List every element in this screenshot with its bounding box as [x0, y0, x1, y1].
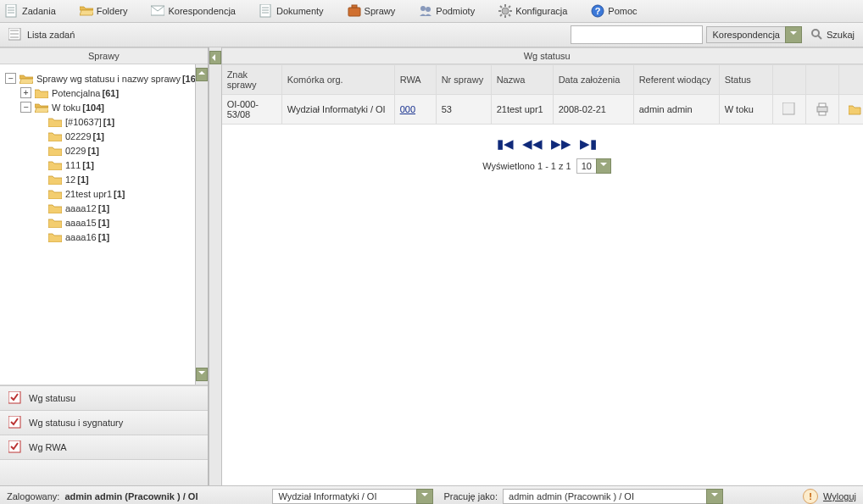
nav-wg-statusu[interactable]: Wg statusu — [0, 385, 208, 410]
menu-korespondencja[interactable]: Korespondencja — [151, 4, 236, 18]
tree-label: aaaa16 — [65, 232, 97, 242]
unit-combo[interactable]: Wydział Informatyki / OI — [272, 489, 433, 504]
chevron-down-icon[interactable] — [785, 26, 802, 43]
folder-icon — [48, 130, 62, 141]
page-size-select[interactable]: 10 — [576, 158, 611, 174]
col-nr[interactable]: Nr sprawy — [437, 64, 492, 95]
tree-count: [1] — [93, 131, 104, 141]
combo-value: admin admin (Pracownik ) / OI — [503, 489, 706, 504]
tree-leaf[interactable]: aaaa12 [1] — [36, 202, 204, 213]
rwa-link[interactable]: 000 — [400, 104, 415, 114]
menu-foldery[interactable]: Foldery — [80, 4, 128, 18]
cell-nazwa: 21test upr1 — [492, 95, 554, 125]
expander-none — [36, 218, 45, 227]
statusbar: Zalogowany: admin admin (Pracownik ) / O… — [0, 485, 863, 504]
tree-root[interactable]: − Sprawy wg statusu i nazwy sprawy [162] — [5, 73, 204, 84]
expander-none — [36, 203, 45, 213]
menu-label: Korespondencja — [168, 6, 236, 16]
folder-icon — [849, 102, 862, 116]
tree-label: W toku — [52, 102, 81, 113]
chevron-down-icon[interactable] — [416, 489, 433, 504]
tree-count: [1] — [77, 174, 88, 185]
pager-nav: ▮◀ ◀◀ ▶▶ ▶▮ — [497, 136, 597, 152]
chevron-down-icon[interactable] — [596, 158, 611, 174]
menu-pomoc[interactable]: Pomoc — [591, 4, 637, 18]
search-button[interactable]: Szukaj — [810, 28, 855, 42]
tree-label: [#10637] — [65, 117, 102, 127]
col-nazwa[interactable]: Nazwa — [492, 64, 554, 95]
pager-next-icon[interactable]: ▶▶ — [551, 136, 571, 152]
splitter[interactable] — [209, 47, 222, 485]
chevron-down-icon[interactable] — [706, 489, 723, 504]
tree-leaf[interactable]: 0229 [1] — [36, 145, 204, 156]
scroll-down-icon[interactable] — [196, 368, 208, 381]
tree-scrollbar[interactable] — [195, 64, 208, 385]
expander-none — [36, 174, 45, 184]
tree-leaf[interactable]: aaaa16 [1] — [36, 231, 204, 242]
warning-icon[interactable]: ! — [803, 489, 818, 504]
tree-count: [61] — [103, 88, 120, 98]
row-action-note[interactable] — [773, 95, 806, 125]
nav-blank — [0, 459, 208, 485]
tree-label: 12 — [65, 174, 75, 185]
col-action-2 — [806, 64, 839, 95]
nav-wg-statusu-sygnatury[interactable]: Wg statusu i sygnatury — [0, 410, 208, 435]
row-action-folder[interactable] — [839, 95, 863, 125]
tree-label: 0229 — [65, 146, 86, 156]
collapse-left-icon[interactable] — [209, 51, 221, 64]
scroll-up-icon[interactable] — [196, 68, 208, 81]
menu-zadania[interactable]: Zadania — [5, 4, 56, 18]
tree-leaf[interactable]: aaaa15 [1] — [36, 217, 204, 228]
col-komorka[interactable]: Komórka org. — [282, 64, 395, 95]
menu-dokumenty[interactable]: Dokumenty — [259, 4, 324, 18]
tree-leaf[interactable]: 21test upr1 [1] — [36, 188, 204, 199]
list-icon — [8, 28, 22, 42]
col-znak[interactable]: Znak sprawy — [222, 64, 282, 95]
col-status[interactable]: Status — [720, 64, 773, 95]
grid-header: Znak sprawy Komórka org. RWA Nr sprawy N… — [222, 64, 863, 95]
mail-icon — [151, 4, 164, 18]
cell-nr: 53 — [437, 95, 492, 125]
data-grid: Znak sprawy Komórka org. RWA Nr sprawy N… — [222, 64, 863, 125]
tree-leaf[interactable]: 111 [1] — [36, 159, 204, 170]
col-data[interactable]: Data założenia — [554, 64, 634, 95]
collapse-icon[interactable]: − — [5, 73, 16, 84]
pager-prev-icon[interactable]: ◀◀ — [522, 136, 543, 152]
pager-last-icon[interactable]: ▶▮ — [580, 136, 597, 152]
expander-none — [36, 131, 45, 141]
table-row[interactable]: OI-000-53/08 Wydział Informatyki / OI 00… — [222, 95, 863, 125]
tree-leaf[interactable]: 02229 [1] — [36, 130, 204, 141]
tree-node-potencjalna[interactable]: + Potencjalna [61] — [20, 87, 204, 98]
pager-first-icon[interactable]: ▮◀ — [497, 136, 514, 152]
folder-icon — [48, 145, 62, 156]
folder-icon — [80, 4, 93, 18]
nav-label: Wg statusu — [29, 393, 75, 403]
row-action-print[interactable] — [806, 95, 839, 125]
tree-leaf[interactable]: 12 [1] — [36, 174, 204, 185]
menu-sprawy[interactable]: Sprawy — [348, 4, 396, 18]
menu-label: Podmioty — [436, 6, 475, 16]
menu-konfiguracja[interactable]: Konfiguracja — [498, 4, 567, 18]
menubar: Zadania Foldery Korespondencja Dokumenty… — [0, 0, 863, 23]
nav-wg-rwa[interactable]: Wg RWA — [0, 435, 208, 459]
logout-link[interactable]: Wyloguj — [823, 491, 856, 501]
menu-label: Foldery — [97, 6, 128, 16]
tree-label: 02229 — [65, 131, 92, 141]
search-scope-combo[interactable]: Korespondencja — [706, 26, 802, 43]
folder-icon — [35, 87, 48, 98]
expand-icon[interactable]: + — [20, 87, 31, 98]
tree-count: [1] — [98, 203, 109, 213]
col-rwa[interactable]: RWA — [395, 64, 437, 95]
menu-podmioty[interactable]: Podmioty — [419, 4, 475, 18]
folder-icon — [48, 217, 62, 228]
tree-label: aaaa12 — [65, 203, 97, 213]
search-input[interactable] — [571, 25, 703, 44]
col-referent[interactable]: Referent wiodący — [634, 64, 720, 95]
tree-label: Potencjalna — [52, 88, 101, 98]
tree-node-wtoku[interactable]: − W toku [104] — [20, 102, 204, 113]
collapse-icon[interactable]: − — [20, 102, 31, 113]
cell-rwa: 000 — [395, 95, 437, 125]
working-as-combo[interactable]: admin admin (Pracownik ) / OI — [503, 489, 723, 504]
search-icon — [810, 28, 824, 42]
tree-leaf[interactable]: [#10637] [1] — [36, 116, 204, 127]
